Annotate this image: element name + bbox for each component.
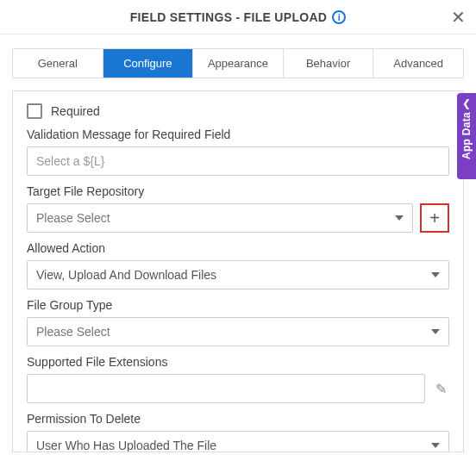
allowed-action-select[interactable]: View, Upload And Download Files [27,260,449,290]
tab-appearance[interactable]: Appearance [193,49,284,78]
page-title: FIELD SETTINGS - FILE UPLOAD [130,10,328,24]
edit-icon[interactable]: ✎ [432,381,449,397]
required-checkbox[interactable] [27,103,42,119]
chevron-left-icon: ❮ [462,98,471,109]
perm-delete-value: User Who Has Uploaded The File [36,439,216,452]
info-icon[interactable]: i [332,10,346,24]
validation-message-label: Validation Message for Required Field [27,128,449,141]
target-repo-select[interactable]: Please Select [27,203,413,233]
close-icon[interactable]: ✕ [451,9,466,26]
file-group-select[interactable]: Please Select [27,317,449,346]
allowed-action-value: View, Upload And Download Files [36,268,216,282]
target-repo-label: Target File Repository [27,184,449,198]
chevron-down-icon [431,329,440,334]
supported-ext-input[interactable] [27,374,425,403]
app-data-handle[interactable]: ❮ App Data [457,93,476,179]
chevron-down-icon [395,215,404,221]
chevron-down-icon [431,272,440,277]
validation-message-input[interactable] [27,146,449,176]
perm-delete-label: Permission To Delete [27,412,449,426]
tab-configure[interactable]: Configure [103,49,194,78]
tab-general[interactable]: General [13,49,103,78]
allowed-action-label: Allowed Action [27,241,449,255]
target-repo-value: Please Select [36,211,110,225]
plus-icon: + [429,209,440,228]
configure-panel: Required Validation Message for Required… [12,90,464,452]
perm-delete-select[interactable]: User Who Has Uploaded The File [27,431,449,452]
file-group-label: File Group Type [27,298,449,312]
add-repo-button[interactable]: + [420,203,449,233]
app-data-label: App Data [460,112,473,159]
supported-ext-label: Supported File Extensions [27,355,449,369]
chevron-down-icon [431,443,440,448]
tab-behavior[interactable]: Behavior [284,49,374,78]
tab-advanced[interactable]: Advanced [373,49,463,78]
file-group-value: Please Select [36,325,110,339]
required-label: Required [51,104,100,118]
tabs: General Configure Appearance Behavior Ad… [12,48,464,78]
